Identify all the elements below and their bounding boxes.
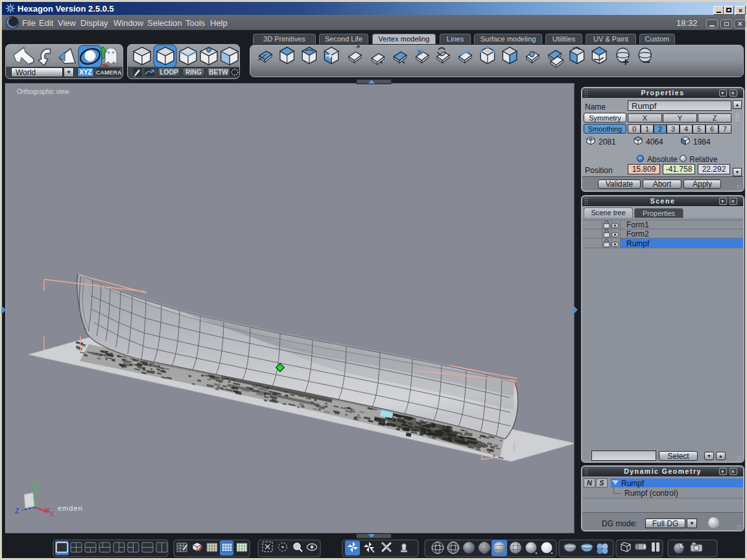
svg-text:emden: emden	[58, 504, 83, 512]
svg-text:Y: Y	[32, 480, 37, 487]
svg-text:X: X	[50, 511, 54, 518]
svg-text:Z: Z	[15, 507, 19, 515]
